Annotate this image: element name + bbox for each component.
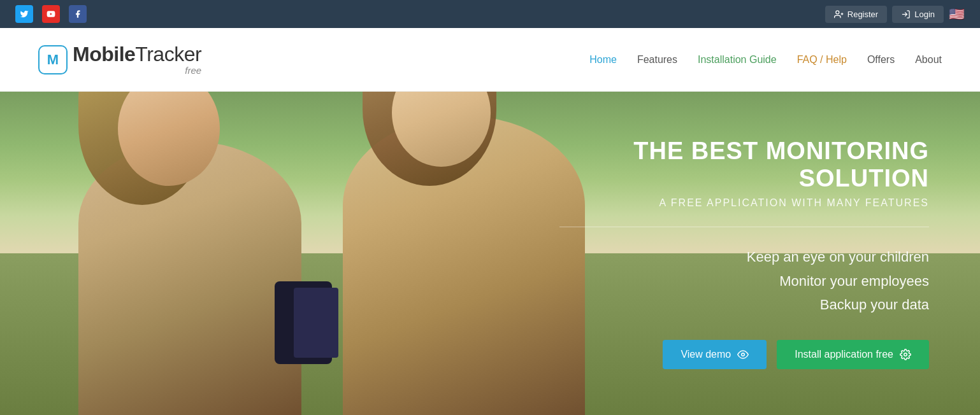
hero-section: THE BEST MONITORING SOLUTION A FREE APPL… <box>0 92 980 415</box>
login-button[interactable]: Login <box>892 6 944 23</box>
svg-point-5 <box>742 353 745 356</box>
phone-screen <box>294 288 338 358</box>
hero-buttons: View demo Install application free <box>559 340 929 369</box>
main-nav: Home Features Installation Guide FAQ / H… <box>589 52 942 68</box>
language-selector[interactable]: 🇺🇸 <box>949 6 965 22</box>
header: M MobileTracker free Home Features Insta… <box>0 28 980 92</box>
register-label: Register <box>847 10 878 19</box>
hero-feature-2: Monitor your employees <box>559 269 929 293</box>
logo-free: free <box>73 66 201 75</box>
twitter-icon[interactable] <box>15 5 33 23</box>
nav-faq[interactable]: FAQ / Help <box>797 52 847 68</box>
svg-point-1 <box>836 10 839 13</box>
eye-icon <box>737 349 749 360</box>
top-bar: Register Login 🇺🇸 <box>0 0 980 28</box>
hero-feature-3: Backup your data <box>559 293 929 316</box>
login-label: Login <box>914 10 935 19</box>
nav-about[interactable]: About <box>915 52 942 68</box>
install-button[interactable]: Install application free <box>777 340 929 369</box>
top-bar-right: Register Login 🇺🇸 <box>825 6 965 23</box>
logo-text: MobileTracker free <box>73 44 201 75</box>
facebook-icon[interactable] <box>69 5 87 23</box>
hero-subtitle: A FREE APPLICATION WITH MANY FEATURES <box>559 197 929 227</box>
gear-icon <box>900 349 911 360</box>
logo-mobile: MobileTracker <box>73 44 201 64</box>
demo-label: View demo <box>681 349 731 360</box>
nav-installation-guide[interactable]: Installation Guide <box>698 52 777 68</box>
install-label: Install application free <box>795 349 893 360</box>
logo-icon: M <box>38 45 68 74</box>
svg-point-6 <box>904 353 907 356</box>
register-button[interactable]: Register <box>825 6 887 23</box>
youtube-icon[interactable] <box>42 5 60 23</box>
hero-title: THE BEST MONITORING SOLUTION <box>559 137 929 192</box>
view-demo-button[interactable]: View demo <box>663 340 767 369</box>
social-links <box>15 5 87 23</box>
hero-features: Keep an eye on your children Monitor you… <box>559 245 929 316</box>
nav-offers[interactable]: Offers <box>867 52 895 68</box>
logo[interactable]: M MobileTracker free <box>38 44 201 75</box>
nav-home[interactable]: Home <box>589 52 617 68</box>
hero-content: THE BEST MONITORING SOLUTION A FREE APPL… <box>559 92 942 415</box>
nav-features[interactable]: Features <box>637 52 677 68</box>
hero-feature-1: Keep an eye on your children <box>559 245 929 269</box>
